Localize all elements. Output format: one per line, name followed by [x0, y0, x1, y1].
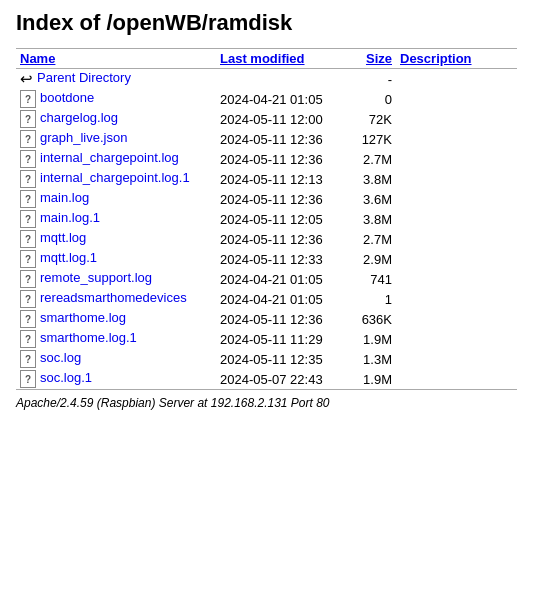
- sort-desc-link[interactable]: Description: [400, 51, 472, 66]
- table-row: chargelog.log2024-05-11 12:0072K: [16, 109, 517, 129]
- file-icon: [20, 330, 36, 348]
- file-link[interactable]: bootdone: [40, 90, 94, 105]
- file-modified-cell: 2024-04-21 01:05: [216, 269, 346, 289]
- file-modified-cell: [216, 69, 346, 90]
- table-row: internal_chargepoint.log.12024-05-11 12:…: [16, 169, 517, 189]
- file-link[interactable]: Parent Directory: [37, 70, 131, 85]
- file-icon: [20, 310, 36, 328]
- col-header-description[interactable]: Description: [396, 49, 517, 69]
- file-name-cell: internal_chargepoint.log: [16, 149, 216, 169]
- file-modified-cell: 2024-05-11 12:00: [216, 109, 346, 129]
- table-row: internal_chargepoint.log2024-05-11 12:36…: [16, 149, 517, 169]
- file-link[interactable]: mqtt.log.1: [40, 250, 97, 265]
- file-modified-cell: 2024-05-11 12:36: [216, 309, 346, 329]
- file-link[interactable]: graph_live.json: [40, 130, 127, 145]
- table-row: remote_support.log2024-04-21 01:05741: [16, 269, 517, 289]
- file-modified-cell: 2024-05-11 12:36: [216, 129, 346, 149]
- file-modified-cell: 2024-05-11 12:05: [216, 209, 346, 229]
- file-desc-cell: [396, 149, 517, 169]
- file-size-cell: 741: [346, 269, 396, 289]
- file-link[interactable]: main.log: [40, 190, 89, 205]
- file-name-cell: bootdone: [16, 89, 216, 109]
- file-desc-cell: [396, 229, 517, 249]
- file-desc-cell: [396, 329, 517, 349]
- file-size-cell: 72K: [346, 109, 396, 129]
- file-link[interactable]: internal_chargepoint.log.1: [40, 170, 190, 185]
- sort-size-link[interactable]: Size: [366, 51, 392, 66]
- table-row: rereadsmarthomedevices2024-04-21 01:051: [16, 289, 517, 309]
- file-modified-cell: 2024-05-11 12:35: [216, 349, 346, 369]
- file-name-cell: chargelog.log: [16, 109, 216, 129]
- file-name-cell: soc.log: [16, 349, 216, 369]
- file-size-cell: 0: [346, 89, 396, 109]
- file-desc-cell: [396, 269, 517, 289]
- file-name-cell: smarthome.log: [16, 309, 216, 329]
- file-desc-cell: [396, 189, 517, 209]
- table-row: main.log.12024-05-11 12:053.8M: [16, 209, 517, 229]
- table-row: smarthome.log2024-05-11 12:36636K: [16, 309, 517, 329]
- file-size-cell: 1.3M: [346, 349, 396, 369]
- file-icon: [20, 90, 36, 108]
- table-row: bootdone2024-04-21 01:050: [16, 89, 517, 109]
- file-link[interactable]: soc.log: [40, 350, 81, 365]
- file-link[interactable]: chargelog.log: [40, 110, 118, 125]
- col-header-size[interactable]: Size: [346, 49, 396, 69]
- table-row: smarthome.log.12024-05-11 11:291.9M: [16, 329, 517, 349]
- file-icon: [20, 230, 36, 248]
- file-modified-cell: 2024-05-11 11:29: [216, 329, 346, 349]
- file-icon: [20, 370, 36, 388]
- file-name-cell: main.log: [16, 189, 216, 209]
- file-name-cell: mqtt.log: [16, 229, 216, 249]
- file-icon: [20, 210, 36, 228]
- file-link[interactable]: rereadsmarthomedevices: [40, 290, 187, 305]
- file-name-cell: soc.log.1: [16, 369, 216, 390]
- file-desc-cell: [396, 369, 517, 390]
- file-link[interactable]: remote_support.log: [40, 270, 152, 285]
- file-desc-cell: [396, 249, 517, 269]
- file-name-cell: smarthome.log.1: [16, 329, 216, 349]
- file-size-cell: 127K: [346, 129, 396, 149]
- file-modified-cell: 2024-05-07 22:43: [216, 369, 346, 390]
- file-link[interactable]: main.log.1: [40, 210, 100, 225]
- file-icon: [20, 170, 36, 188]
- file-desc-cell: [396, 209, 517, 229]
- sort-modified-link[interactable]: Last modified: [220, 51, 305, 66]
- file-name-cell: internal_chargepoint.log.1: [16, 169, 216, 189]
- file-size-cell: 1.9M: [346, 329, 396, 349]
- file-icon: [20, 350, 36, 368]
- col-header-name[interactable]: Name: [16, 49, 216, 69]
- file-size-cell: 2.7M: [346, 149, 396, 169]
- page-title: Index of /openWB/ramdisk: [16, 10, 517, 36]
- file-size-cell: 1.9M: [346, 369, 396, 390]
- file-desc-cell: [396, 69, 517, 90]
- file-link[interactable]: soc.log.1: [40, 370, 92, 385]
- file-link[interactable]: smarthome.log.1: [40, 330, 137, 345]
- file-link[interactable]: internal_chargepoint.log: [40, 150, 179, 165]
- file-icon: [20, 270, 36, 288]
- file-desc-cell: [396, 349, 517, 369]
- file-size-cell: 3.8M: [346, 209, 396, 229]
- table-row: soc.log2024-05-11 12:351.3M: [16, 349, 517, 369]
- file-modified-cell: 2024-04-21 01:05: [216, 289, 346, 309]
- file-desc-cell: [396, 109, 517, 129]
- server-info: Apache/2.4.59 (Raspbian) Server at 192.1…: [16, 390, 517, 411]
- file-modified-cell: 2024-05-11 12:36: [216, 149, 346, 169]
- table-row: mqtt.log2024-05-11 12:362.7M: [16, 229, 517, 249]
- file-link[interactable]: mqtt.log: [40, 230, 86, 245]
- col-header-modified[interactable]: Last modified: [216, 49, 346, 69]
- file-name-cell: graph_live.json: [16, 129, 216, 149]
- table-row: soc.log.12024-05-07 22:431.9M: [16, 369, 517, 390]
- file-icon: [20, 150, 36, 168]
- file-desc-cell: [396, 89, 517, 109]
- file-size-cell: 3.8M: [346, 169, 396, 189]
- table-row: main.log2024-05-11 12:363.6M: [16, 189, 517, 209]
- sort-name-link[interactable]: Name: [20, 51, 55, 66]
- file-modified-cell: 2024-05-11 12:33: [216, 249, 346, 269]
- file-name-cell: ↩Parent Directory: [16, 69, 216, 90]
- table-row: graph_live.json2024-05-11 12:36127K: [16, 129, 517, 149]
- file-link[interactable]: smarthome.log: [40, 310, 126, 325]
- file-size-cell: 636K: [346, 309, 396, 329]
- file-icon: [20, 290, 36, 308]
- file-desc-cell: [396, 309, 517, 329]
- parent-dir-icon: ↩: [20, 70, 33, 88]
